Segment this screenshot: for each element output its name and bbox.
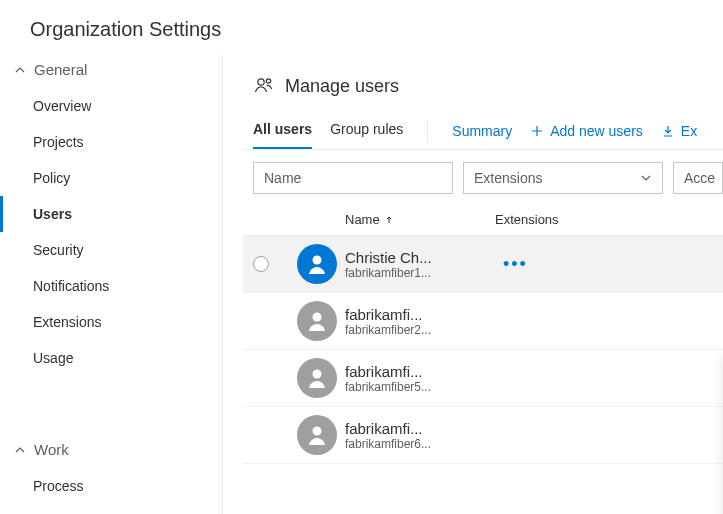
- svg-point-4: [313, 370, 322, 379]
- svg-point-1: [266, 79, 270, 83]
- user-row[interactable]: fabrikamfi...fabrikamfiber6...: [243, 407, 723, 464]
- divider: [427, 120, 428, 142]
- filter-name-input[interactable]: Name: [253, 162, 453, 194]
- column-header-name[interactable]: Name: [345, 212, 495, 227]
- download-icon: [661, 124, 675, 138]
- export-label: Ex: [681, 123, 697, 139]
- avatar: [297, 301, 337, 341]
- chevron-up-icon: [14, 64, 26, 76]
- sidebar-item-notifications[interactable]: Notifications: [0, 268, 222, 304]
- chevron-up-icon: [14, 444, 26, 456]
- chevron-down-icon: [640, 172, 652, 184]
- plus-icon: [530, 124, 544, 138]
- column-header-extensions[interactable]: Extensions: [495, 212, 723, 227]
- user-name: Christie Ch...: [345, 249, 495, 266]
- user-row[interactable]: fabrikamfi...fabrikamfiber5...: [243, 350, 723, 407]
- sidebar-item-projects[interactable]: Projects: [0, 124, 222, 160]
- tab-all-users[interactable]: All users: [253, 113, 312, 149]
- user-row[interactable]: fabrikamfi...fabrikamfiber2...: [243, 293, 723, 350]
- avatar: [297, 244, 337, 284]
- sidebar-section-work[interactable]: Work: [0, 435, 222, 468]
- user-row[interactable]: Christie Ch...fabrikamfiber1...•••: [243, 236, 723, 293]
- people-icon: [253, 75, 275, 97]
- export-button[interactable]: Ex: [661, 123, 697, 139]
- filter-extensions-label: Extensions: [474, 170, 542, 186]
- user-email: fabrikamfiber5...: [345, 380, 495, 394]
- avatar: [297, 415, 337, 455]
- avatar: [297, 358, 337, 398]
- col-name-label: Name: [345, 212, 380, 227]
- row-radio[interactable]: [253, 256, 269, 272]
- sidebar: General OverviewProjectsPolicyUsersSecur…: [0, 55, 223, 514]
- sidebar-section-label: Work: [34, 441, 69, 458]
- sidebar-item-process[interactable]: Process: [0, 468, 222, 504]
- add-users-label: Add new users: [550, 123, 643, 139]
- filter-access-select[interactable]: Acce: [673, 162, 723, 194]
- sidebar-section-general[interactable]: General: [0, 55, 222, 88]
- sidebar-item-overview[interactable]: Overview: [0, 88, 222, 124]
- main: Manage users All users Group rules Summa…: [223, 55, 723, 514]
- user-email: fabrikamfiber6...: [345, 437, 495, 451]
- tabbar: All users Group rules Summary Add new us…: [243, 113, 723, 150]
- sidebar-item-usage[interactable]: Usage: [0, 340, 222, 376]
- svg-point-0: [258, 79, 264, 85]
- manage-users-title: Manage users: [285, 76, 399, 97]
- user-name: fabrikamfi...: [345, 363, 495, 380]
- page-title: Organization Settings: [0, 0, 723, 55]
- add-users-button[interactable]: Add new users: [530, 123, 643, 139]
- user-email: fabrikamfiber1...: [345, 266, 495, 280]
- user-name: fabrikamfi...: [345, 306, 495, 323]
- user-email: fabrikamfiber2...: [345, 323, 495, 337]
- sidebar-item-users[interactable]: Users: [0, 196, 222, 232]
- user-name: fabrikamfi...: [345, 420, 495, 437]
- svg-point-3: [313, 313, 322, 322]
- tab-group-rules[interactable]: Group rules: [330, 113, 403, 149]
- sidebar-item-policy[interactable]: Policy: [0, 160, 222, 196]
- svg-point-2: [313, 256, 322, 265]
- svg-point-5: [313, 427, 322, 436]
- filter-extensions-select[interactable]: Extensions: [463, 162, 663, 194]
- sidebar-item-security[interactable]: Security: [0, 232, 222, 268]
- sidebar-item-extensions[interactable]: Extensions: [0, 304, 222, 340]
- more-actions-button[interactable]: •••: [495, 254, 528, 275]
- summary-link[interactable]: Summary: [452, 123, 512, 139]
- sidebar-section-label: General: [34, 61, 87, 78]
- sort-asc-icon: [384, 215, 394, 225]
